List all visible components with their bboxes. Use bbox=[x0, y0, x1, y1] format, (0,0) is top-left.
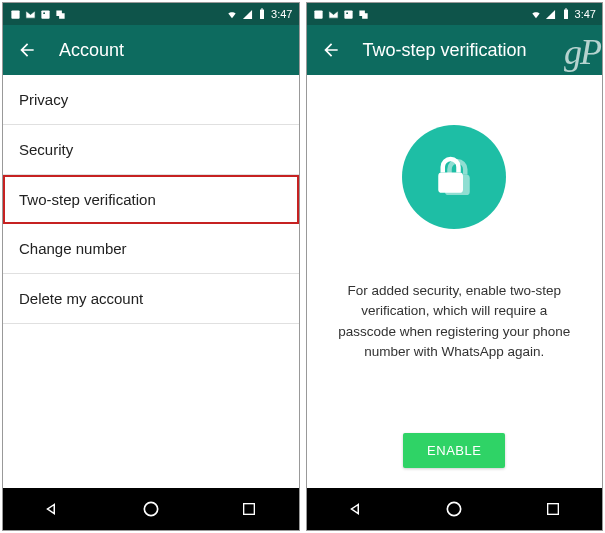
phone-right: 3:47 Two-step verification gP bbox=[306, 2, 604, 531]
battery-icon bbox=[256, 8, 268, 20]
list-item-privacy[interactable]: Privacy bbox=[3, 75, 299, 125]
svg-rect-3 bbox=[260, 10, 264, 20]
battery-icon bbox=[560, 8, 572, 20]
wifi-icon bbox=[226, 8, 238, 20]
svg-rect-10 bbox=[564, 10, 568, 20]
status-time: 3:47 bbox=[271, 8, 292, 20]
svg-rect-15 bbox=[547, 504, 558, 515]
nav-bar bbox=[3, 488, 299, 530]
app-bar: Two-step verification gP bbox=[307, 25, 603, 75]
svg-point-14 bbox=[448, 502, 461, 515]
svg-rect-7 bbox=[314, 10, 322, 18]
page-title: Two-step verification bbox=[363, 40, 527, 61]
svg-rect-11 bbox=[565, 9, 567, 10]
status-time: 3:47 bbox=[575, 8, 596, 20]
nav-recent-icon[interactable] bbox=[542, 498, 564, 520]
description-text: For added security, enable two-step veri… bbox=[331, 281, 579, 362]
signal-icon bbox=[241, 8, 253, 20]
svg-rect-13 bbox=[439, 173, 464, 193]
back-icon[interactable] bbox=[321, 40, 341, 60]
svg-rect-8 bbox=[344, 10, 352, 18]
notif-icon bbox=[9, 8, 21, 20]
svg-point-2 bbox=[43, 12, 45, 14]
svg-rect-0 bbox=[11, 10, 19, 18]
svg-rect-4 bbox=[261, 9, 263, 10]
wifi-icon bbox=[530, 8, 542, 20]
list-item-two-step[interactable]: Two-step verification bbox=[3, 175, 299, 224]
nav-home-icon[interactable] bbox=[443, 498, 465, 520]
svg-rect-6 bbox=[244, 504, 255, 515]
image-icon bbox=[343, 8, 355, 20]
page-title: Account bbox=[59, 40, 124, 61]
lock-circle-icon bbox=[402, 125, 506, 229]
status-bar: 3:47 bbox=[307, 3, 603, 25]
two-step-content: For added security, enable two-step veri… bbox=[307, 75, 603, 488]
svg-rect-1 bbox=[41, 10, 49, 18]
svg-point-9 bbox=[346, 12, 348, 14]
image-icon bbox=[39, 8, 51, 20]
mail-icon bbox=[328, 8, 340, 20]
phone-left: 3:47 Account Privacy Security Two-step v… bbox=[2, 2, 300, 531]
nav-back-icon[interactable] bbox=[41, 498, 63, 520]
app-icon bbox=[54, 8, 66, 20]
app-icon bbox=[358, 8, 370, 20]
back-icon[interactable] bbox=[17, 40, 37, 60]
watermark: gP bbox=[564, 31, 602, 73]
nav-recent-icon[interactable] bbox=[238, 498, 260, 520]
notif-icon bbox=[313, 8, 325, 20]
signal-icon bbox=[545, 8, 557, 20]
settings-list: Privacy Security Two-step verification C… bbox=[3, 75, 299, 488]
svg-point-5 bbox=[144, 502, 157, 515]
app-bar: Account bbox=[3, 25, 299, 75]
enable-button[interactable]: ENABLE bbox=[403, 433, 505, 468]
nav-home-icon[interactable] bbox=[140, 498, 162, 520]
mail-icon bbox=[24, 8, 36, 20]
nav-bar bbox=[307, 488, 603, 530]
list-item-security[interactable]: Security bbox=[3, 125, 299, 175]
list-item-delete-account[interactable]: Delete my account bbox=[3, 274, 299, 324]
nav-back-icon[interactable] bbox=[345, 498, 367, 520]
list-item-change-number[interactable]: Change number bbox=[3, 224, 299, 274]
status-bar: 3:47 bbox=[3, 3, 299, 25]
